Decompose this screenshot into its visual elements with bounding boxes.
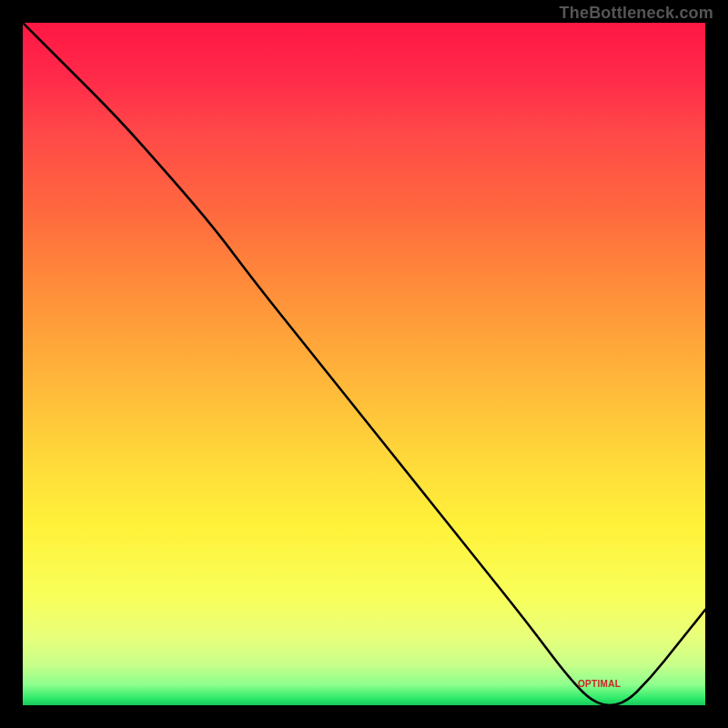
chart-svg [23,23,705,705]
chart-frame: OPTIMAL [23,23,705,705]
bottleneck-curve [23,23,705,705]
credit-text: TheBottleneck.com [560,4,713,23]
optimal-label: OPTIMAL [578,679,621,689]
